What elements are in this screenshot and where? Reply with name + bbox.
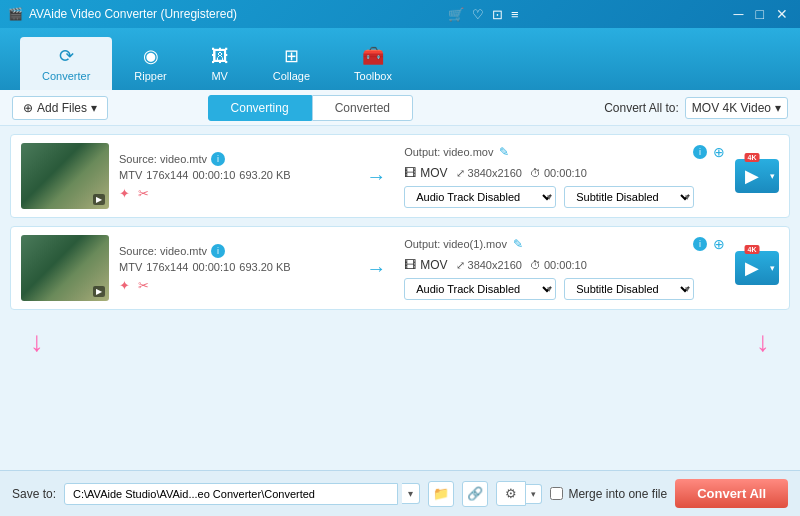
save-path-input[interactable] [64, 483, 398, 505]
file-info-1: Source: video.mtv i MTV 176x144 00:00:10… [119, 152, 348, 201]
nav-ripper-label: Ripper [134, 70, 166, 82]
film-icon-2: 🎞 [404, 258, 416, 272]
arrow-right-2: → [366, 257, 386, 280]
app-title: AVAide Video Converter (Unregistered) [29, 7, 237, 21]
source-info-icon-1[interactable]: i [211, 152, 225, 166]
film-icon-1: 🎞 [404, 166, 416, 180]
heart-icon[interactable]: ♡ [472, 7, 484, 22]
audio-track-select-2[interactable]: Audio Track Disabled [404, 278, 556, 300]
subtitle-wrap-1[interactable]: Subtitle Disabled [564, 186, 694, 208]
output-format-2: 🎞 MOV [404, 258, 447, 272]
file-actions-2: ✦ ✂ [119, 278, 348, 293]
down-arrow-right: ↓ [756, 328, 770, 356]
nav-toolbox[interactable]: 🧰 Toolbox [332, 37, 414, 90]
format-dropdown[interactable]: MOV 4K Video ▾ [685, 97, 788, 119]
output-info-icon-1[interactable]: i [693, 145, 707, 159]
edit-clip-icon-2[interactable]: ✦ [119, 278, 130, 293]
convert-all-to-label: Convert All to: [604, 101, 679, 115]
add-files-dropdown-icon[interactable]: ▾ [91, 101, 97, 115]
nav-converter[interactable]: ⟳ Converter [20, 37, 112, 90]
cut-icon-2[interactable]: ✂ [138, 278, 149, 293]
folder-button[interactable]: 📁 [428, 481, 454, 507]
audio-track-select-1[interactable]: Audio Track Disabled [404, 186, 556, 208]
convert-all-button[interactable]: Convert All [675, 479, 788, 508]
mv-icon: 🖼 [211, 46, 229, 67]
file-size-1: 693.20 KB [239, 169, 290, 181]
cart-icon[interactable]: 🛒 [448, 7, 464, 22]
app-window: 🎬 AVAide Video Converter (Unregistered) … [0, 0, 800, 516]
settings-button[interactable]: ⚙ [496, 481, 526, 506]
down-arrow-row: ↓ ↓ [0, 318, 800, 356]
file-dur-1: 00:00:10 [192, 169, 235, 181]
close-button[interactable]: ✕ [772, 6, 792, 22]
output-edit-icon-1[interactable]: ✎ [499, 145, 509, 159]
arrow-right-1: → [366, 165, 386, 188]
file-item-1: ▶ Source: video.mtv i MTV 176x144 00:00:… [10, 134, 790, 218]
title-bar-icons: 🛒 ♡ ⊡ ≡ [448, 7, 519, 22]
cut-icon-1[interactable]: ✂ [138, 186, 149, 201]
nav-collage[interactable]: ⊞ Collage [251, 37, 332, 90]
source-info-icon-2[interactable]: i [211, 244, 225, 258]
save-to-label: Save to: [12, 487, 56, 501]
output-add-icon-1[interactable]: ⊕ [713, 144, 725, 160]
convert-btn-group-1: 4K ▶ ▾ [735, 159, 779, 193]
file-dur-2: 00:00:10 [192, 261, 235, 273]
file-dims-1: 176x144 [146, 169, 188, 181]
maximize-button[interactable]: □ [752, 6, 768, 22]
tab-converting[interactable]: Converting [208, 95, 312, 121]
output-res-1: ⤢ 3840x2160 [456, 167, 522, 180]
share-icon[interactable]: ⊡ [492, 7, 503, 22]
format-dropdown-arrow[interactable]: ▾ [775, 101, 781, 115]
main-content: ▶ Source: video.mtv i MTV 176x144 00:00:… [0, 126, 800, 516]
file-item-2: ▶ Source: video.mtv i MTV 176x144 00:00:… [10, 226, 790, 310]
output-dur-2: ⏱ 00:00:10 [530, 259, 587, 271]
subtitle-wrap-2[interactable]: Subtitle Disabled [564, 278, 694, 300]
subtitle-select-1[interactable]: Subtitle Disabled [564, 186, 694, 208]
tab-group: Converting Converted [208, 95, 413, 121]
tab-converted[interactable]: Converted [312, 95, 413, 121]
convert-btn-group-2: 4K ▶ ▾ [735, 251, 779, 285]
nav-ripper[interactable]: ◉ Ripper [112, 37, 188, 90]
output-dur-1: ⏱ 00:00:10 [530, 167, 587, 179]
clock-icon-1: ⏱ [530, 167, 541, 179]
badge-4k-1: 4K [745, 153, 760, 162]
convert-single-btn-1[interactable]: 4K ▶ [735, 159, 769, 193]
path-input-wrap: ▾ [64, 483, 420, 505]
link-button[interactable]: 🔗 [462, 481, 488, 507]
edit-clip-icon-1[interactable]: ✦ [119, 186, 130, 201]
merge-checkbox-wrap: Merge into one file [550, 487, 667, 501]
subtitle-select-2[interactable]: Subtitle Disabled [564, 278, 694, 300]
format-label: MOV 4K Video [692, 101, 771, 115]
menu-icon[interactable]: ≡ [511, 7, 519, 22]
convert-arrow-icon-2: ▶ [745, 257, 759, 279]
file-format-1: MTV [119, 169, 142, 181]
output-label-2: Output: video(1).mov [404, 238, 507, 250]
output-info-icon-2[interactable]: i [693, 237, 707, 251]
output-top-1: Output: video.mov ✎ i ⊕ [404, 144, 725, 160]
merge-checkbox[interactable] [550, 487, 563, 500]
clock-icon-2: ⏱ [530, 259, 541, 271]
minimize-button[interactable]: ─ [730, 6, 748, 22]
convert-single-btn-2[interactable]: 4K ▶ [735, 251, 769, 285]
merge-label: Merge into one file [568, 487, 667, 501]
settings-btn-wrap: ⚙ ▾ [496, 481, 542, 506]
add-files-button[interactable]: ⊕ Add Files ▾ [12, 96, 108, 120]
output-format-row-2: 🎞 MOV ⤢ 3840x2160 ⏱ 00:00:10 [404, 258, 725, 272]
bottom-bar: Save to: ▾ 📁 🔗 ⚙ ▾ Merge into one file C… [0, 470, 800, 516]
source-label-1: Source: video.mtv [119, 153, 207, 165]
convert-all-to: Convert All to: MOV 4K Video ▾ [604, 97, 788, 119]
output-add-icon-2[interactable]: ⊕ [713, 236, 725, 252]
collage-icon: ⊞ [284, 45, 299, 67]
output-res-2: ⤢ 3840x2160 [456, 259, 522, 272]
audio-track-wrap-1[interactable]: Audio Track Disabled [404, 186, 556, 208]
file-source-1: Source: video.mtv i [119, 152, 348, 166]
audio-track-wrap-2[interactable]: Audio Track Disabled [404, 278, 556, 300]
nav-mv[interactable]: 🖼 MV [189, 38, 251, 90]
output-edit-icon-2[interactable]: ✎ [513, 237, 523, 251]
path-dropdown-btn[interactable]: ▾ [402, 483, 420, 504]
settings-dropdown-btn[interactable]: ▾ [526, 484, 542, 504]
file-meta-2: MTV 176x144 00:00:10 693.20 KB [119, 261, 348, 273]
file-actions-1: ✦ ✂ [119, 186, 348, 201]
title-bar-left: 🎬 AVAide Video Converter (Unregistered) [8, 7, 237, 21]
file-size-2: 693.20 KB [239, 261, 290, 273]
